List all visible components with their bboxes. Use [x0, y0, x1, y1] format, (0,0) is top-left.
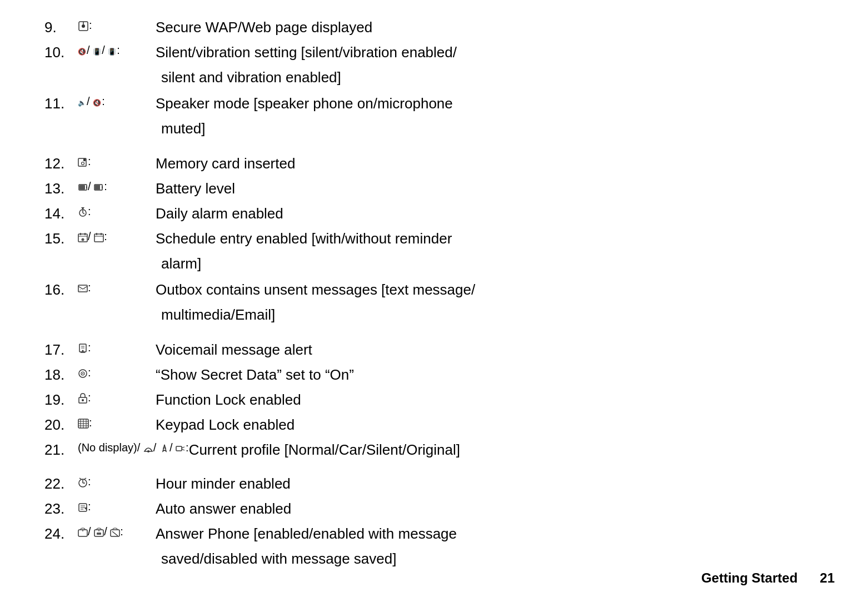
page-footer: Getting Started 21	[701, 570, 835, 586]
svg-rect-12	[86, 186, 87, 188]
svg-rect-18	[98, 185, 100, 190]
svg-rect-16	[95, 185, 97, 190]
item-icon: :	[78, 203, 91, 220]
item-number: 19.	[44, 389, 78, 411]
svg-rect-70	[97, 533, 101, 535]
item-icon: :	[78, 339, 91, 356]
svg-rect-71	[111, 530, 119, 536]
item-number: 16.	[44, 279, 78, 301]
svg-line-61	[84, 478, 86, 479]
item-desc: Hour minder enabled	[156, 473, 824, 495]
item-number: 10.	[44, 42, 78, 63]
footer-section-label: Getting Started	[701, 570, 797, 586]
item-desc-continuation: alarm]	[161, 253, 824, 275]
item-number: 11.	[44, 93, 78, 115]
list-item: 14. : Daily alarm enabled	[44, 203, 824, 225]
item-number: 22.	[44, 473, 78, 495]
item-desc: Keypad Lock enabled	[156, 414, 824, 436]
item-icon: (No display)/ / / :	[78, 439, 189, 456]
list-item: 13. / : Battery level	[44, 178, 824, 200]
item-icon: :	[78, 389, 91, 406]
svg-rect-9	[83, 158, 86, 161]
list-item: 17. : Voicemail message alert	[44, 339, 824, 361]
item-icon: 🔈/ 🔇:	[78, 93, 105, 110]
svg-text:📳: 📳	[93, 47, 101, 56]
list-item: 9. : Secure WAP/Web page displayed	[44, 17, 824, 38]
svg-rect-28	[94, 234, 103, 242]
item-desc: Memory card inserted	[156, 153, 824, 175]
list-item: 16. : Outbox contains unsent messages [t…	[44, 279, 824, 301]
item-desc: Secure WAP/Web page displayed	[156, 17, 824, 38]
item-number: 13.	[44, 178, 78, 200]
item-icon: / :	[78, 228, 107, 245]
svg-marker-20	[81, 207, 84, 210]
svg-point-27	[82, 238, 84, 241]
item-desc: Function Lock enabled	[156, 389, 824, 411]
item-desc: Battery level	[156, 178, 824, 200]
svg-rect-13	[79, 185, 85, 190]
list-item: 18. : “Show Secret Data” set to “On”	[44, 364, 824, 386]
list-item: 15. / : Schedule entry enabled [with/wit…	[44, 228, 824, 250]
svg-text:🔇: 🔇	[78, 47, 86, 56]
item-number: 12.	[44, 153, 78, 175]
item-desc-continuation: muted]	[161, 118, 824, 140]
page-content: 9. : Secure WAP/Web page displayed 10. 🔇…	[0, 0, 868, 596]
item-icon: :	[78, 414, 92, 431]
item-desc: Daily alarm enabled	[156, 203, 824, 225]
item-icon: :	[78, 498, 91, 515]
svg-text:🔇: 🔇	[93, 98, 101, 107]
item-desc-continuation: silent and vibration enabled]	[161, 67, 824, 88]
svg-point-42	[82, 373, 83, 374]
item-desc: Silent/vibration setting [silent/vibrati…	[156, 42, 824, 63]
item-desc: Auto answer enabled	[156, 498, 824, 520]
item-desc: Outbox contains unsent messages [text me…	[156, 279, 824, 301]
svg-point-44	[82, 399, 84, 401]
svg-line-34	[83, 288, 86, 291]
svg-line-60	[79, 478, 81, 479]
item-number: 23.	[44, 498, 78, 520]
item-icon: :	[78, 364, 91, 381]
svg-point-38	[82, 350, 84, 351]
list-item: 24. / / : Answer	[44, 523, 824, 545]
list-item: 20. : Keypad Lock enabled	[44, 414, 824, 436]
svg-point-1	[82, 24, 85, 28]
svg-line-33	[79, 288, 82, 291]
item-number: 20.	[44, 414, 78, 436]
list-item: 12. : Memory card inserted	[44, 153, 824, 175]
item-desc-continuation: multimedia/Email]	[161, 304, 824, 326]
footer-page-number: 21	[820, 570, 835, 586]
svg-point-52	[147, 450, 149, 452]
item-desc: “Show Secret Data” set to “On”	[156, 364, 824, 386]
item-desc: Current profile [Normal/Car/Silent/Origi…	[189, 439, 824, 461]
item-icon: :	[78, 17, 92, 33]
item-icon: :	[78, 279, 91, 296]
svg-line-72	[112, 531, 118, 536]
item-icon: 🔇/ 📳/ 📳:	[78, 42, 120, 58]
svg-text:📳: 📳	[108, 47, 116, 56]
item-number: 18.	[44, 364, 78, 386]
item-number: 21.	[44, 439, 78, 461]
item-number: 15.	[44, 228, 78, 250]
item-number: 14.	[44, 203, 78, 225]
svg-rect-15	[102, 186, 103, 188]
item-number: 17.	[44, 339, 78, 361]
list-item: 19. : Function Lock enabled	[44, 389, 824, 411]
list-item: 22. : Hour minder enabled	[44, 473, 824, 495]
list-item: 11. 🔈/ 🔇: Speaker mode [speaker phone on…	[44, 93, 824, 115]
list-item: 21. (No display)/ / / : Current profile …	[44, 439, 824, 461]
item-desc: Answer Phone [enabled/enabled with messa…	[156, 523, 824, 545]
item-desc: Speaker mode [speaker phone on/microphon…	[156, 93, 824, 115]
list-item: 23. : Auto answer enabled	[44, 498, 824, 520]
item-desc-continuation: saved/disabled with message saved]	[161, 548, 824, 570]
svg-rect-17	[97, 185, 98, 190]
list-item: 10. 🔇/ 📳/ 📳: Silent/vibration setting [s…	[44, 42, 824, 63]
svg-point-10	[82, 162, 84, 165]
item-desc: Voicemail message alert	[156, 339, 824, 361]
item-number: 9.	[44, 17, 78, 38]
item-icon: / :	[78, 178, 107, 195]
svg-line-22	[83, 213, 84, 214]
item-icon: / / :	[78, 523, 123, 540]
svg-text:🔈: 🔈	[78, 98, 86, 107]
item-desc: Schedule entry enabled [with/without rem…	[156, 228, 824, 250]
svg-rect-54	[176, 446, 182, 451]
